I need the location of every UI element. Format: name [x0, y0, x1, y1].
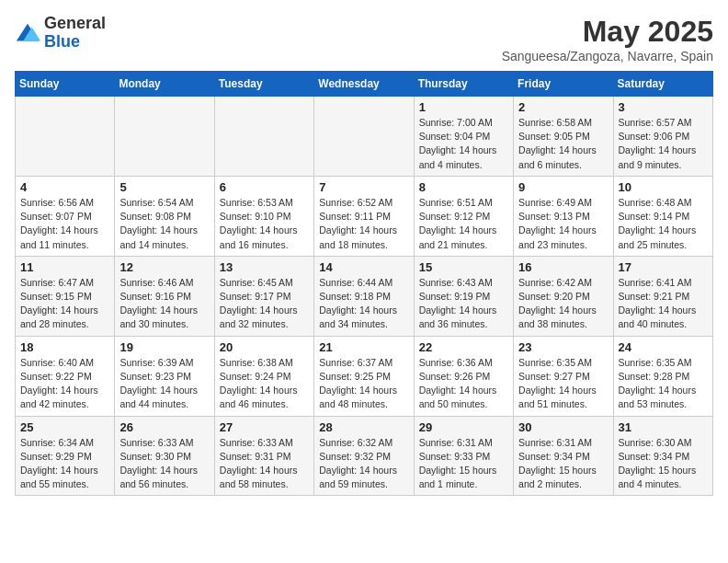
calendar-cell: 29Sunrise: 6:31 AM Sunset: 9:33 PM Dayli… — [414, 416, 513, 496]
calendar-cell: 18Sunrise: 6:40 AM Sunset: 9:22 PM Dayli… — [16, 336, 115, 416]
day-of-week-header: Saturday — [613, 72, 712, 97]
day-info: Sunrise: 6:37 AM Sunset: 9:25 PM Dayligh… — [319, 356, 408, 412]
day-info: Sunrise: 7:00 AM Sunset: 9:04 PM Dayligh… — [419, 116, 508, 172]
calendar-cell: 9Sunrise: 6:49 AM Sunset: 9:13 PM Daylig… — [514, 176, 613, 256]
calendar-cell: 13Sunrise: 6:45 AM Sunset: 9:17 PM Dayli… — [214, 256, 313, 336]
day-info: Sunrise: 6:49 AM Sunset: 9:13 PM Dayligh… — [518, 196, 608, 252]
logo-icon — [15, 20, 40, 46]
calendar-cell — [314, 97, 414, 177]
calendar-cell: 11Sunrise: 6:47 AM Sunset: 9:15 PM Dayli… — [16, 256, 115, 336]
calendar-cell: 20Sunrise: 6:38 AM Sunset: 9:24 PM Dayli… — [214, 336, 313, 416]
calendar-cell: 24Sunrise: 6:35 AM Sunset: 9:28 PM Dayli… — [613, 336, 712, 416]
calendar-cell: 19Sunrise: 6:39 AM Sunset: 9:23 PM Dayli… — [115, 336, 214, 416]
calendar-week-row: 25Sunrise: 6:34 AM Sunset: 9:29 PM Dayli… — [16, 416, 713, 496]
day-info: Sunrise: 6:58 AM Sunset: 9:05 PM Dayligh… — [518, 116, 608, 172]
calendar-cell: 16Sunrise: 6:42 AM Sunset: 9:20 PM Dayli… — [514, 256, 613, 336]
calendar-week-row: 4Sunrise: 6:56 AM Sunset: 9:07 PM Daylig… — [16, 176, 713, 256]
calendar-cell: 28Sunrise: 6:32 AM Sunset: 9:32 PM Dayli… — [314, 416, 414, 496]
calendar-cell: 15Sunrise: 6:43 AM Sunset: 9:19 PM Dayli… — [414, 256, 513, 336]
calendar-cell: 27Sunrise: 6:33 AM Sunset: 9:31 PM Dayli… — [214, 416, 313, 496]
day-number: 19 — [119, 340, 209, 354]
calendar-cell: 25Sunrise: 6:34 AM Sunset: 9:29 PM Dayli… — [16, 416, 115, 496]
day-info: Sunrise: 6:40 AM Sunset: 9:22 PM Dayligh… — [20, 356, 109, 412]
day-info: Sunrise: 6:36 AM Sunset: 9:26 PM Dayligh… — [419, 356, 508, 412]
calendar-cell: 22Sunrise: 6:36 AM Sunset: 9:26 PM Dayli… — [414, 336, 513, 416]
day-info: Sunrise: 6:35 AM Sunset: 9:27 PM Dayligh… — [518, 356, 608, 412]
day-number: 1 — [419, 100, 508, 114]
calendar-cell: 23Sunrise: 6:35 AM Sunset: 9:27 PM Dayli… — [514, 336, 613, 416]
calendar-cell: 14Sunrise: 6:44 AM Sunset: 9:18 PM Dayli… — [314, 256, 414, 336]
day-info: Sunrise: 6:43 AM Sunset: 9:19 PM Dayligh… — [419, 276, 508, 332]
calendar-cell: 8Sunrise: 6:51 AM Sunset: 9:12 PM Daylig… — [414, 176, 513, 256]
calendar-cell: 26Sunrise: 6:33 AM Sunset: 9:30 PM Dayli… — [115, 416, 214, 496]
day-info: Sunrise: 6:57 AM Sunset: 9:06 PM Dayligh… — [619, 116, 708, 172]
day-number: 21 — [319, 340, 408, 354]
day-number: 30 — [518, 420, 608, 434]
day-number: 11 — [20, 260, 109, 274]
day-info: Sunrise: 6:56 AM Sunset: 9:07 PM Dayligh… — [20, 196, 109, 252]
calendar-cell: 4Sunrise: 6:56 AM Sunset: 9:07 PM Daylig… — [16, 176, 115, 256]
calendar-cell: 6Sunrise: 6:53 AM Sunset: 9:10 PM Daylig… — [214, 176, 313, 256]
day-number: 27 — [220, 420, 309, 434]
day-number: 4 — [20, 180, 109, 194]
calendar-cell: 21Sunrise: 6:37 AM Sunset: 9:25 PM Dayli… — [314, 336, 414, 416]
day-info: Sunrise: 6:46 AM Sunset: 9:16 PM Dayligh… — [119, 276, 209, 332]
calendar-cell: 30Sunrise: 6:31 AM Sunset: 9:34 PM Dayli… — [514, 416, 613, 496]
day-number: 23 — [518, 340, 608, 354]
day-info: Sunrise: 6:45 AM Sunset: 9:17 PM Dayligh… — [220, 276, 309, 332]
day-number: 14 — [319, 260, 408, 274]
page-header: General Blue May 2025 Sangueesa/Zangoza,… — [15, 15, 713, 63]
day-number: 18 — [20, 340, 109, 354]
day-info: Sunrise: 6:31 AM Sunset: 9:33 PM Dayligh… — [419, 436, 508, 492]
day-of-week-header: Sunday — [16, 72, 115, 97]
day-of-week-header: Friday — [514, 72, 613, 97]
day-info: Sunrise: 6:41 AM Sunset: 9:21 PM Dayligh… — [619, 276, 708, 332]
calendar-cell: 17Sunrise: 6:41 AM Sunset: 9:21 PM Dayli… — [613, 256, 712, 336]
day-info: Sunrise: 6:31 AM Sunset: 9:34 PM Dayligh… — [518, 436, 608, 492]
day-info: Sunrise: 6:54 AM Sunset: 9:08 PM Dayligh… — [119, 196, 209, 252]
calendar-week-row: 1Sunrise: 7:00 AM Sunset: 9:04 PM Daylig… — [16, 97, 713, 177]
day-info: Sunrise: 6:35 AM Sunset: 9:28 PM Dayligh… — [619, 356, 708, 412]
day-number: 13 — [220, 260, 309, 274]
day-of-week-header: Tuesday — [214, 72, 313, 97]
day-info: Sunrise: 6:33 AM Sunset: 9:30 PM Dayligh… — [119, 436, 209, 492]
calendar-cell: 10Sunrise: 6:48 AM Sunset: 9:14 PM Dayli… — [613, 176, 712, 256]
calendar-cell: 12Sunrise: 6:46 AM Sunset: 9:16 PM Dayli… — [115, 256, 214, 336]
calendar-cell: 5Sunrise: 6:54 AM Sunset: 9:08 PM Daylig… — [115, 176, 214, 256]
day-number: 25 — [20, 420, 109, 434]
day-number: 8 — [419, 180, 508, 194]
day-number: 22 — [419, 340, 508, 354]
calendar-body: 1Sunrise: 7:00 AM Sunset: 9:04 PM Daylig… — [16, 97, 713, 496]
day-info: Sunrise: 6:47 AM Sunset: 9:15 PM Dayligh… — [20, 276, 109, 332]
day-number: 16 — [518, 260, 608, 274]
logo: General Blue — [15, 15, 106, 52]
day-info: Sunrise: 6:33 AM Sunset: 9:31 PM Dayligh… — [220, 436, 309, 492]
day-number: 5 — [119, 180, 209, 194]
day-number: 20 — [220, 340, 309, 354]
calendar-week-row: 11Sunrise: 6:47 AM Sunset: 9:15 PM Dayli… — [16, 256, 713, 336]
day-of-week-header: Wednesday — [314, 72, 414, 97]
title-block: May 2025 Sangueesa/Zangoza, Navarre, Spa… — [502, 15, 713, 63]
day-number: 2 — [518, 100, 608, 114]
day-number: 6 — [220, 180, 309, 194]
logo-text: General Blue — [44, 15, 106, 52]
day-info: Sunrise: 6:30 AM Sunset: 9:34 PM Dayligh… — [619, 436, 708, 492]
header-row: SundayMondayTuesdayWednesdayThursdayFrid… — [16, 72, 713, 97]
day-of-week-header: Thursday — [414, 72, 513, 97]
day-of-week-header: Monday — [115, 72, 214, 97]
day-info: Sunrise: 6:38 AM Sunset: 9:24 PM Dayligh… — [220, 356, 309, 412]
day-number: 31 — [619, 420, 708, 434]
day-info: Sunrise: 6:44 AM Sunset: 9:18 PM Dayligh… — [319, 276, 408, 332]
day-number: 24 — [619, 340, 708, 354]
location-subtitle: Sangueesa/Zangoza, Navarre, Spain — [502, 49, 713, 63]
day-number: 3 — [619, 100, 708, 114]
calendar-cell: 1Sunrise: 7:00 AM Sunset: 9:04 PM Daylig… — [414, 97, 513, 177]
calendar-cell: 7Sunrise: 6:52 AM Sunset: 9:11 PM Daylig… — [314, 176, 414, 256]
day-info: Sunrise: 6:52 AM Sunset: 9:11 PM Dayligh… — [319, 196, 408, 252]
day-info: Sunrise: 6:51 AM Sunset: 9:12 PM Dayligh… — [419, 196, 508, 252]
day-number: 26 — [119, 420, 209, 434]
day-number: 28 — [319, 420, 408, 434]
day-number: 12 — [119, 260, 209, 274]
logo-general: General — [44, 15, 106, 33]
day-info: Sunrise: 6:42 AM Sunset: 9:20 PM Dayligh… — [518, 276, 608, 332]
